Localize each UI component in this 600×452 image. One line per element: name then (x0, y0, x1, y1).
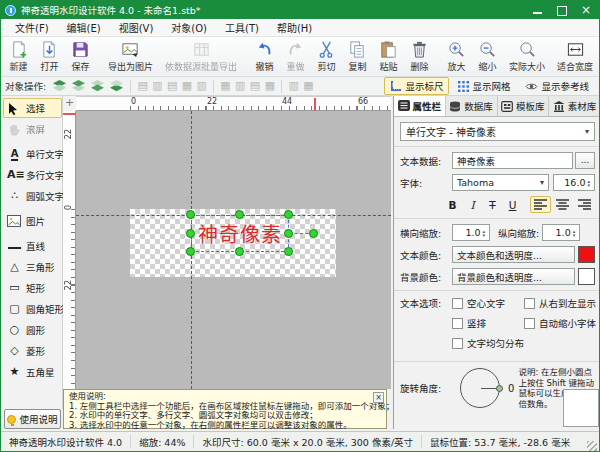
menu-object[interactable]: 对象(O) (163, 18, 215, 37)
mouse-position-marker-v (63, 113, 76, 115)
tool-select[interactable]: 选择 (3, 98, 62, 118)
fit-width-button[interactable]: 适合宽度 (551, 38, 599, 75)
open-button[interactable]: 打开 (34, 38, 65, 75)
tool-rounded-rectangle[interactable]: ▢ 圆角矩形 (3, 299, 62, 319)
align-left-button[interactable] (530, 196, 551, 213)
checkbox-hollow-text[interactable]: 空心文字 (452, 296, 524, 310)
tool-single-line-text[interactable]: A 单行文字 (3, 144, 62, 164)
zoom-in-button[interactable]: 放大 (441, 38, 472, 75)
save-button[interactable]: 保存 (65, 38, 96, 75)
tool-star[interactable]: ★ 五角星 (3, 362, 62, 382)
tool-line[interactable]: 直线 (3, 236, 62, 256)
tab-database[interactable]: 数据库 (446, 96, 498, 116)
paste-button[interactable]: 粘贴 (373, 38, 404, 75)
cut-button[interactable]: 剪切 (311, 38, 342, 75)
tool-arc-text[interactable]: ∴ 圆弧文字 (3, 186, 62, 206)
checkbox-even-distribution[interactable]: 文字均匀分布 (452, 336, 524, 350)
italic-button[interactable]: I (463, 196, 482, 213)
text-data-input[interactable]: 神奇像素 (452, 152, 573, 169)
actual-size-button[interactable]: 实际大小 (503, 38, 551, 75)
text-data-more-button[interactable]: ... (575, 152, 595, 169)
tab-materials[interactable]: 素材库 (549, 96, 600, 116)
circle-icon: ○ (7, 323, 22, 337)
spinner-arrows-icon[interactable]: ▴▾ (480, 229, 485, 237)
star-icon: ★ (7, 365, 22, 379)
undo-button[interactable]: 撤销 (249, 38, 280, 75)
show-ruler-toggle[interactable]: 显示标尺 (384, 77, 449, 95)
checkbox-right-to-left[interactable]: 从右到左显示 (524, 296, 596, 310)
strikethrough-button[interactable]: T (483, 196, 502, 213)
object-selector-dropdown[interactable]: 单行文字 - 神奇像素 ▾ (400, 122, 595, 141)
selection-handle-sw[interactable] (186, 247, 195, 256)
checkbox-icon[interactable] (452, 338, 463, 349)
triangle-icon: △ (7, 260, 22, 274)
v-scale-spinner[interactable]: 1.0▴▾ (542, 224, 580, 241)
checkbox-auto-shrink-font[interactable]: 自动缩小字体 (524, 316, 596, 330)
window-title: 神奇透明水印设计软件 4.0 - 未命名1.stb* (21, 3, 201, 17)
text-color-button[interactable]: 文本颜色和透明度... (452, 246, 575, 263)
usage-help-label: 使用说明 (19, 412, 57, 426)
menu-tools[interactable]: 工具(T) (217, 18, 267, 37)
selection-handle-w[interactable] (186, 229, 195, 238)
copy-button[interactable]: 复制 (342, 38, 373, 75)
font-family-select[interactable]: Tahoma▾ (452, 174, 549, 191)
underline-button[interactable]: U (503, 196, 522, 213)
tool-triangle[interactable]: △ 三角形 (3, 257, 62, 277)
rotation-dial[interactable] (460, 368, 500, 408)
menu-file[interactable]: 文件(F) (7, 18, 57, 37)
selection-handle-s[interactable] (235, 247, 244, 256)
usage-help-button[interactable]: 使用说明 (4, 409, 61, 429)
export-image-button[interactable]: 导出为图片 (102, 38, 159, 75)
align-center-button[interactable] (552, 196, 573, 213)
checkbox-icon[interactable] (524, 298, 535, 309)
menu-edit[interactable]: 编辑(E) (59, 18, 109, 37)
tab-properties[interactable]: 属性栏 (394, 96, 446, 116)
single-line-text-icon: A (7, 147, 22, 161)
h-scale-spinner[interactable]: 1.0▴▾ (452, 224, 490, 241)
zoom-out-button[interactable]: 缩小 (472, 38, 503, 75)
bring-to-front-icon[interactable] (52, 79, 67, 93)
new-button[interactable]: 新建 (3, 38, 34, 75)
checkbox-icon[interactable] (452, 298, 463, 309)
send-backward-icon[interactable] (90, 79, 105, 93)
rotation-handle[interactable] (309, 229, 318, 238)
delete-button[interactable]: 删除 (404, 38, 435, 75)
tool-image[interactable]: 图片 (3, 211, 62, 231)
selection-handle-e[interactable] (284, 229, 293, 238)
selection-handle-nw[interactable] (186, 210, 195, 219)
info-close-icon[interactable]: × (373, 392, 384, 403)
selection-handle-n[interactable] (235, 210, 244, 219)
checkbox-icon[interactable] (452, 318, 463, 329)
align-center-icon (556, 199, 569, 210)
menu-view[interactable]: 视图(V) (111, 18, 162, 37)
lightbulb-icon (7, 415, 16, 424)
bold-button[interactable]: B (443, 196, 462, 213)
checkbox-vertical-text[interactable]: 竖排 (452, 316, 524, 330)
line-icon (7, 239, 22, 253)
selection-handle-ne[interactable] (284, 210, 293, 219)
spinner-arrows-icon[interactable]: ▴▾ (571, 229, 576, 237)
align-right-button[interactable] (574, 196, 595, 213)
show-grid-toggle[interactable]: 显示网格 (452, 77, 516, 95)
rotation-dial-handle[interactable] (496, 385, 503, 392)
tab-templates[interactable]: 模板库 (498, 96, 550, 116)
font-size-spinner[interactable]: 16.0 ▴▾ (553, 174, 595, 191)
tool-rectangle[interactable]: ▭ 矩形 (3, 278, 62, 298)
bg-color-button[interactable]: 背景颜色和透明度... (452, 268, 575, 285)
workspace[interactable]: 神奇像素 (76, 111, 391, 389)
maximize-button[interactable] (557, 5, 567, 15)
selection-handle-se[interactable] (284, 247, 293, 256)
checkbox-icon[interactable] (524, 318, 535, 329)
minimize-button[interactable] (533, 5, 543, 15)
watermark-text[interactable]: 神奇像素 (198, 219, 282, 248)
tool-diamond[interactable]: ◇ 菱形 (3, 341, 62, 361)
menu-help[interactable]: 帮助(H) (269, 18, 320, 37)
send-to-back-icon[interactable] (109, 79, 124, 93)
tool-circle[interactable]: ○ 圆形 (3, 320, 62, 340)
resize-grip[interactable] (587, 441, 597, 451)
show-guides-toggle[interactable]: 显示参考线 (519, 77, 595, 95)
spinner-arrows-icon[interactable]: ▴▾ (585, 179, 590, 187)
tool-multi-line-text[interactable]: A≡ 多行文字 (3, 165, 62, 185)
bring-forward-icon[interactable] (71, 79, 86, 93)
close-button[interactable]: × (581, 5, 591, 15)
